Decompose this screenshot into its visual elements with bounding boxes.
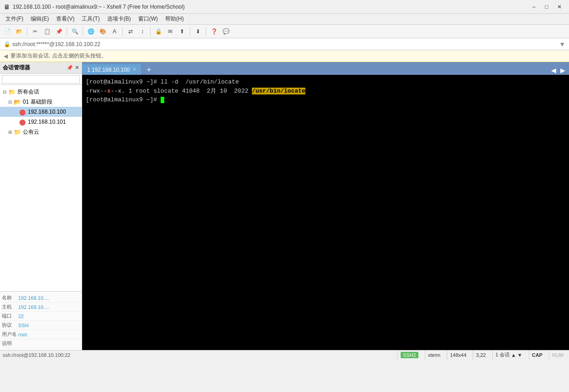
tb-search[interactable]: 🔍 [69, 26, 80, 37]
window-controls: – □ ✕ [528, 2, 565, 12]
info-value-username: root [18, 332, 27, 337]
main-content: 会话管理器 📌 ✕ ⊟ 📁 所有会话 ⊟ 📂 01 基础阶段 [0, 62, 569, 350]
tab-0-close[interactable]: ✕ [132, 67, 136, 73]
tb-paste[interactable]: 📌 [53, 26, 64, 37]
session-search-bar [0, 74, 82, 85]
server-101-icon: ⬤ [19, 119, 26, 125]
tb-connect[interactable]: 🌐 [85, 26, 96, 37]
tree-label-cloud: 公有云 [23, 128, 39, 136]
tb-font[interactable]: A [109, 26, 120, 37]
menu-tools[interactable]: 工具(T) [78, 14, 103, 24]
sessions-up[interactable]: ▲ [511, 352, 516, 358]
session-panel: 会话管理器 📌 ✕ ⊟ 📁 所有会话 ⊟ 📂 01 基础阶段 [0, 62, 82, 350]
tb-transfer[interactable]: ↕ [137, 26, 148, 37]
menu-file[interactable]: 文件(F) [2, 14, 27, 24]
address-text: ssh://root:******@192.168.10.100:22 [12, 41, 100, 47]
info-label-port: 端口 [2, 313, 18, 319]
tree-toggle-all[interactable]: ⊟ [2, 89, 7, 94]
tab-prev-button[interactable]: ◀ [549, 66, 558, 75]
tab-add-button[interactable]: + [144, 65, 154, 75]
tree-item-cloud[interactable]: ⊞ 📁 公有云 [0, 127, 82, 137]
tb-download[interactable]: ⬇ [193, 26, 204, 37]
session-header-pin[interactable]: 📌 [67, 65, 73, 71]
info-value-protocol: SSH [18, 323, 29, 328]
folder-basic-icon: 📂 [14, 99, 21, 105]
tb-new[interactable]: 📄 [2, 26, 13, 37]
tree-label-basic: 01 基础阶段 [23, 98, 52, 106]
tb-sep7 [206, 27, 206, 36]
lock-icon: 🔒 [4, 41, 10, 47]
session-header-icons: 📌 ✕ [67, 65, 79, 71]
info-value-port: 22 [18, 314, 24, 319]
tb-comment[interactable]: 💬 [220, 26, 231, 37]
tb-sep2 [67, 27, 67, 36]
status-cap: CAP [529, 350, 545, 360]
tb-sep4 [122, 27, 123, 36]
tree-toggle-cloud[interactable]: ⊞ [7, 130, 13, 135]
tree-label-100: 192.168.10.100 [28, 109, 66, 115]
session-tree: ⊟ 📁 所有会话 ⊟ 📂 01 基础阶段 ⬤ 192.168.10.100 ⬤ … [0, 85, 82, 291]
tree-toggle-basic[interactable]: ⊟ [7, 99, 13, 105]
minimize-button[interactable]: – [528, 2, 540, 12]
tb-lock[interactable]: 🔒 [153, 26, 164, 37]
tree-label-all: 所有会话 [17, 88, 39, 96]
terminal-cursor [161, 97, 164, 103]
dim-badge: 148x44 [450, 352, 466, 358]
info-text: 要添加当前会话, 点击左侧的箭头按钮。 [10, 52, 107, 60]
tb-send[interactable]: ✉ [165, 26, 176, 37]
tab-bar: 1 192.168.10.100 ✕ + ◀ ▶ [82, 62, 569, 75]
info-label-username: 用户名 [2, 331, 18, 338]
tab-0[interactable]: 1 192.168.10.100 ✕ [82, 64, 141, 75]
toolbar: 📄 📂 ✂ 📋 📌 🔍 🌐 🎨 A ⇄ ↕ 🔒 ✉ ⬆ ⬇ ❓ 💬 [0, 25, 569, 38]
menu-window[interactable]: 窗口(W) [135, 14, 162, 24]
info-row-desc: 说明 [2, 339, 80, 348]
tb-sftp[interactable]: ⇄ [125, 26, 136, 37]
status-xterm: xterm [425, 350, 444, 360]
tree-item-basic[interactable]: ⊟ 📂 01 基础阶段 [0, 97, 82, 107]
info-label-name: 名称 [2, 294, 18, 301]
status-ssh2: SSH2 [397, 350, 421, 360]
app-icon: 🖥 [4, 3, 10, 10]
session-header: 会话管理器 📌 ✕ [0, 62, 82, 74]
tree-item-host-100[interactable]: ⬤ 192.168.10.100 [0, 107, 82, 117]
close-button[interactable]: ✕ [553, 2, 565, 12]
info-row-protocol: 协议 SSH [2, 321, 80, 330]
menu-tabs[interactable]: 选项卡(B) [104, 14, 135, 24]
tree-item-host-101[interactable]: ⬤ 192.168.10.101 [0, 117, 82, 127]
title-bar: 🖥 192.168.10.100 - root@almalinux9:~ - X… [0, 0, 569, 14]
tb-sep1 [27, 27, 27, 36]
menu-view[interactable]: 查看(V) [52, 14, 78, 24]
tree-item-all-sessions[interactable]: ⊟ 📁 所有会话 [0, 87, 82, 97]
session-panel-title: 会话管理器 [3, 64, 67, 72]
address-dropdown[interactable]: ▼ [559, 41, 565, 48]
folder-all-icon: 📁 [8, 89, 16, 95]
menu-help[interactable]: 帮助(H) [162, 14, 188, 24]
tb-copy[interactable]: 📋 [42, 26, 52, 37]
status-num: NUM [549, 350, 566, 360]
tb-help[interactable]: ❓ [209, 26, 219, 37]
tb-sep3 [83, 27, 83, 36]
session-search-input[interactable] [2, 75, 80, 84]
sessions-down[interactable]: ▼ [517, 352, 522, 358]
tab-next-button[interactable]: ▶ [558, 66, 567, 75]
status-ssh-path: ssh://root@192.168.10.100:22 [3, 352, 397, 358]
tree-label-101: 192.168.10.101 [28, 119, 66, 125]
terminal-container: 1 192.168.10.100 ✕ + ◀ ▶ [root@almalinux… [82, 62, 569, 350]
sessions-badge: 1 会话 [496, 351, 510, 358]
tb-upload[interactable]: ⬆ [177, 26, 188, 37]
info-row-host: 主机 192.168.10.... [2, 303, 80, 312]
tb-cut[interactable]: ✂ [30, 26, 41, 37]
terminal[interactable]: [root@almalinux9 ~]# ll -d /usr/bin/loca… [82, 75, 569, 350]
menu-edit[interactable]: 编辑(E) [27, 14, 52, 24]
tb-sep5 [150, 27, 151, 36]
info-value-host: 192.168.10.... [18, 304, 49, 310]
ssh2-badge: SSH2 [401, 352, 418, 358]
maximize-button[interactable]: □ [541, 2, 553, 12]
status-sessions: 1 会话 ▲ ▼ [492, 350, 525, 360]
tb-open[interactable]: 📂 [14, 26, 25, 37]
server-100-icon: ⬤ [19, 109, 26, 115]
tb-color[interactable]: 🎨 [97, 26, 108, 37]
info-row-port: 端口 22 [2, 312, 80, 321]
status-right: SSH2 xterm 148x44 3,22 1 会话 ▲ ▼ CAP NUM [397, 350, 566, 360]
session-header-close[interactable]: ✕ [75, 65, 79, 71]
